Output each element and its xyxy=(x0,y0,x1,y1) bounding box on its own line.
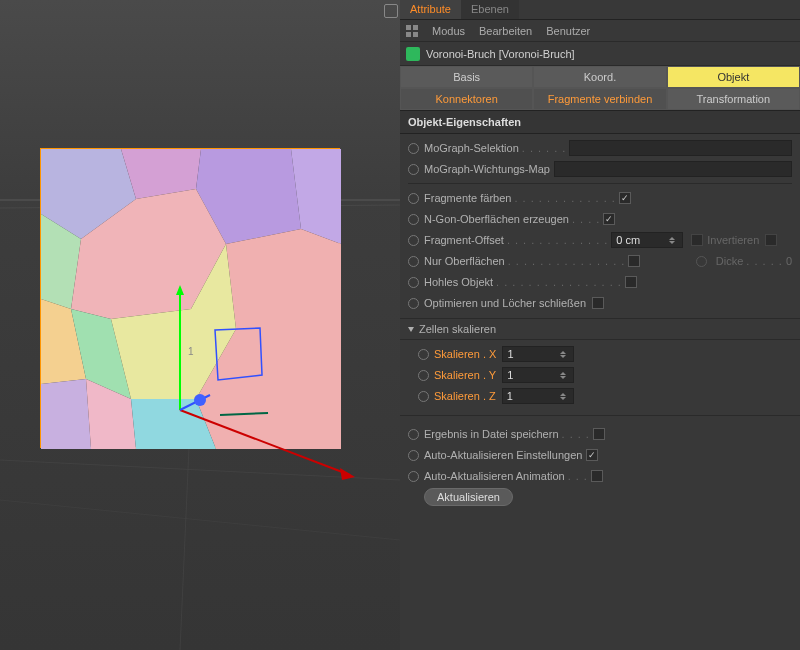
radio-optimieren[interactable] xyxy=(408,298,419,309)
input-sx[interactable]: 1 xyxy=(502,346,574,362)
label-sz: Skalieren . Z xyxy=(434,390,496,402)
tab-fragmente-verbinden[interactable]: Fragmente verbinden xyxy=(533,88,666,110)
label-dicke: Dicke xyxy=(716,255,744,267)
input-fragment-offset[interactable]: 0 cm xyxy=(611,232,683,248)
mode-icon[interactable] xyxy=(406,25,418,37)
menu-benutzer[interactable]: Benutzer xyxy=(546,25,590,37)
checkbox-hohles[interactable] xyxy=(625,276,637,288)
spinner-icon[interactable] xyxy=(560,351,569,358)
tab-ebenen[interactable]: Ebenen xyxy=(461,0,519,19)
tab-basis[interactable]: Basis xyxy=(400,66,533,88)
checkbox-fragmente-faerben[interactable] xyxy=(619,192,631,204)
radio-dicke xyxy=(696,256,707,267)
label-fragment-offset: Fragment-Offset xyxy=(424,234,504,246)
tab-objekt[interactable]: Objekt xyxy=(667,66,800,88)
label-auto-anim: Auto-Aktualisieren Animation xyxy=(424,470,565,482)
label-ergebnis: Ergebnis in Datei speichern xyxy=(424,428,559,440)
checkbox-invertieren-2 xyxy=(765,234,777,246)
radio-fragment-offset[interactable] xyxy=(408,235,419,246)
panel-tabs: Attribute Ebenen xyxy=(400,0,800,20)
label-invertieren: Invertieren xyxy=(707,234,759,246)
label-auto-einst: Auto-Aktualisieren Einstellungen xyxy=(424,449,582,461)
label-mograph-sel: MoGraph-Selektion xyxy=(424,142,519,154)
radio-auto-anim[interactable] xyxy=(408,471,419,482)
input-sy[interactable]: 1 xyxy=(502,367,574,383)
object-name: Voronoi-Bruch [Voronoi-Bruch] xyxy=(426,48,575,60)
svg-rect-28 xyxy=(413,32,418,37)
tab-koord[interactable]: Koord. xyxy=(533,66,666,88)
radio-ngon[interactable] xyxy=(408,214,419,225)
checkbox-auto-anim[interactable] xyxy=(591,470,603,482)
radio-auto-einst[interactable] xyxy=(408,450,419,461)
svg-text:1: 1 xyxy=(188,346,194,357)
label-sy: Skalieren . Y xyxy=(434,369,496,381)
radio-fragmente-faerben[interactable] xyxy=(408,193,419,204)
attribute-panel: Attribute Ebenen Modus Bearbeiten Benutz… xyxy=(400,0,800,650)
label-zellen-skalieren: Zellen skalieren xyxy=(419,323,496,335)
label-hohles: Hohles Objekt xyxy=(424,276,493,288)
input-sz[interactable]: 1 xyxy=(502,388,574,404)
tab-konnektoren[interactable]: Konnektoren xyxy=(400,88,533,110)
checkbox-ngon[interactable] xyxy=(603,213,615,225)
section-objekt-eigenschaften: Objekt-Eigenschaften xyxy=(400,111,800,134)
radio-ergebnis[interactable] xyxy=(408,429,419,440)
spinner-icon[interactable] xyxy=(560,372,569,379)
radio-sz[interactable] xyxy=(418,391,429,402)
checkbox-nur-oberflaechen[interactable] xyxy=(628,255,640,267)
value-dicke: 0 xyxy=(786,255,792,267)
checkbox-invertieren xyxy=(691,234,703,246)
checkbox-auto-einst[interactable] xyxy=(586,449,598,461)
radio-mograph-sel[interactable] xyxy=(408,143,419,154)
radio-hohles[interactable] xyxy=(408,277,419,288)
voronoi-icon xyxy=(406,47,420,61)
tab-attribute[interactable]: Attribute xyxy=(400,0,461,19)
menu-bearbeiten[interactable]: Bearbeiten xyxy=(479,25,532,37)
radio-mograph-weight[interactable] xyxy=(408,164,419,175)
label-mograph-weight: MoGraph-Wichtungs-Map xyxy=(424,163,550,175)
label-ngon: N-Gon-Oberflächen erzeugen xyxy=(424,213,569,225)
label-fragmente-faerben: Fragmente färben xyxy=(424,192,511,204)
viewport-3d[interactable]: 1 xyxy=(0,0,400,650)
label-nur-oberflaechen: Nur Oberflächen xyxy=(424,255,505,267)
radio-sy[interactable] xyxy=(418,370,429,381)
button-aktualisieren[interactable]: Aktualisieren xyxy=(424,488,513,506)
panel-toolbar: Modus Bearbeiten Benutzer xyxy=(400,20,800,42)
svg-marker-21 xyxy=(340,468,355,480)
property-tabs: Basis Koord. Objekt Konnektoren Fragment… xyxy=(400,66,800,111)
spinner-icon[interactable] xyxy=(669,237,678,244)
object-title-row: Voronoi-Bruch [Voronoi-Bruch] xyxy=(400,42,800,66)
svg-point-23 xyxy=(194,394,206,406)
radio-nur-oberflaechen[interactable] xyxy=(408,256,419,267)
svg-rect-26 xyxy=(413,25,418,30)
svg-marker-15 xyxy=(41,379,91,449)
svg-line-20 xyxy=(180,410,350,475)
label-optimieren: Optimieren und Löcher schließen xyxy=(424,297,586,309)
svg-rect-27 xyxy=(406,32,411,37)
axis-gizmo[interactable]: 1 xyxy=(160,280,360,500)
disclosure-zellen[interactable]: Zellen skalieren xyxy=(400,318,800,340)
checkbox-optimieren[interactable] xyxy=(592,297,604,309)
svg-marker-19 xyxy=(176,285,184,295)
radio-sx[interactable] xyxy=(418,349,429,360)
tab-transformation[interactable]: Transformation xyxy=(667,88,800,110)
input-mograph-sel[interactable] xyxy=(569,140,792,156)
input-mograph-weight[interactable] xyxy=(554,161,792,177)
label-sx: Skalieren . X xyxy=(434,348,496,360)
chevron-down-icon xyxy=(408,327,414,332)
menu-modus[interactable]: Modus xyxy=(432,25,465,37)
svg-rect-25 xyxy=(406,25,411,30)
spinner-icon[interactable] xyxy=(560,393,569,400)
checkbox-ergebnis[interactable] xyxy=(593,428,605,440)
svg-line-3 xyxy=(0,500,400,540)
